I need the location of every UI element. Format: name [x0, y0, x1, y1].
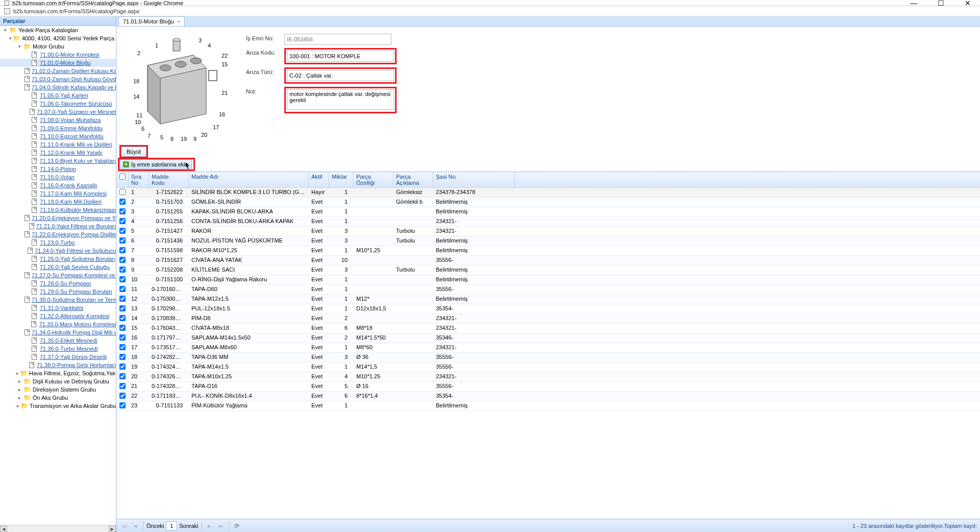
tree-folder[interactable]: ▸📁Dişli Kutusu ve Debriyaj Grubu	[0, 377, 116, 385]
col-sira[interactable]: Sıra No	[129, 172, 149, 187]
tab-close-icon[interactable]: ×	[177, 18, 180, 25]
table-row[interactable]: 190-174324911TAPA-M14x1.5Evet1M14*1,5355…	[116, 362, 980, 372]
tree-leaf[interactable]: 71.22.0-Enjeksiyon Pompa Dişlileri	[0, 230, 116, 238]
not-textarea[interactable]	[287, 89, 394, 110]
table-row[interactable]: 200-174326001TAPA-M10x1.25Evet4M10*1.252…	[116, 372, 980, 382]
tab-motor-blogu[interactable]: 71.01.0-Motor Bloğu ×	[118, 16, 185, 26]
tree-leaf[interactable]: 71.23.0-Turbo	[0, 238, 116, 247]
row-checkbox[interactable]	[119, 373, 126, 379]
tree-leaf[interactable]: 71.38.0-Pompa Giriş Hortumları	[0, 361, 116, 369]
maximize-button[interactable]: ☐	[933, 0, 949, 7]
expand-icon[interactable]: ▸	[16, 386, 22, 393]
is-emri-input[interactable]	[284, 34, 391, 45]
col-aktif[interactable]: Aktif	[309, 172, 329, 187]
tree-leaf[interactable]: 71.04.0-Silindir Kafası,Kapağı ve Motor …	[0, 83, 116, 91]
tree-leaf[interactable]: 71.12.0-Krank Mili Yatağı	[0, 149, 116, 157]
tree-leaf[interactable]: 71.33.0-Marş Motoru Komplesi	[0, 320, 116, 328]
tree-leaf[interactable]: 71.05.0-Yağ Karteri	[0, 91, 116, 100]
col-miktar[interactable]: Miktar	[329, 172, 354, 187]
tree-folder[interactable]: ▾📁4000, 4100, 4200 Serisi Yedek Parça Ka…	[0, 34, 116, 42]
tree-leaf[interactable]: 71.28.0-Su Pompası	[0, 279, 116, 287]
table-row[interactable]: 110-170160701TAPA-D60Evet135556-	[116, 285, 980, 295]
row-checkbox[interactable]	[119, 305, 126, 311]
tree-leaf[interactable]: 71.15.0-Volan	[0, 173, 116, 181]
expand-icon[interactable]: ▸	[16, 395, 22, 401]
buyut-button[interactable]: Büyüt	[121, 147, 146, 157]
tree-leaf[interactable]: 71.30.0-Soğutma Boruları ve Termostat	[0, 296, 116, 304]
tree-leaf[interactable]: 71.20.0-Enjeksiyon Pompası ve Yakıt Bor	[0, 214, 116, 222]
tree-leaf[interactable]: 71.00.0-Motor Komplesi	[0, 51, 116, 59]
row-checkbox[interactable]	[119, 286, 126, 292]
row-checkbox[interactable]	[119, 199, 126, 205]
tree-folder[interactable]: ▸📁Ön Aks Grubu	[0, 394, 116, 402]
tree-leaf[interactable]: 71.18.0-Kam Mili Dişlileri	[0, 198, 116, 206]
tree-folder[interactable]: ▸📁Direksiyon Sistemi Grubu	[0, 385, 116, 394]
tree-leaf[interactable]: 71.35.0-Etiket Mesnedi	[0, 336, 116, 345]
tree-leaf[interactable]: 71.06.0-Takometre Sürücüsü	[0, 100, 116, 108]
table-row[interactable]: 50-7151427RAKOREvet3Turbolu234321-	[116, 227, 980, 236]
row-checkbox[interactable]	[119, 383, 126, 389]
part-diagram[interactable]: 2 1 3 4 22 15 18 14 21 16 17 20 19 9	[119, 30, 232, 142]
row-checkbox[interactable]	[119, 402, 126, 408]
tree-leaf[interactable]: 71.16.0-Krank Kasnağı	[0, 181, 116, 189]
table-row[interactable]: 11-7152622SİLİNDİR BLOK KOMPLE 3 LÜ TURB…	[116, 188, 980, 198]
page-input[interactable]	[166, 521, 177, 530]
tree-leaf[interactable]: 71.29.0-Su Pompası Boruları	[0, 287, 116, 296]
row-checkbox[interactable]	[119, 208, 126, 214]
col-aciklama[interactable]: Parça Açıklama	[394, 172, 433, 187]
table-row[interactable]: 20-7151703GÖMLEK-SİLİNDİREvet1Gömlekli b…	[116, 198, 980, 207]
table-row[interactable]: 140-170839610PİM-D8Evet2234321-	[116, 314, 980, 324]
tree-leaf[interactable]: 71.11.0-Krank Mili ve Dişlileri	[0, 140, 116, 149]
row-checkbox[interactable]	[119, 257, 126, 263]
last-page-icon[interactable]: ⏭	[216, 521, 226, 530]
select-all-checkbox[interactable]	[119, 174, 126, 180]
table-row[interactable]: 160-171797720SAPLAMA-M14x1.5x50Evet2M14*…	[116, 333, 980, 343]
table-row[interactable]: 120-170300571TAPA-M12x1.5Evet1M12*Belirt…	[116, 295, 980, 304]
row-checkbox[interactable]	[119, 354, 126, 360]
row-checkbox[interactable]	[119, 393, 126, 399]
table-row[interactable]: 80-7151627CİVATA-ANA YATAKEvet1035556-	[116, 256, 980, 265]
prev-page-icon[interactable]: ◄	[131, 521, 140, 530]
table-row[interactable]: 60-7151436NOZUL-PİSTON YAĞ PÜSKÜRTMEEvet…	[116, 236, 980, 246]
row-checkbox[interactable]	[119, 296, 126, 302]
h-scrollbar[interactable]: ◄ ►	[0, 525, 116, 532]
table-row[interactable]: 150-176043321CİVATA-M8x18Evet6M8*1823432…	[116, 324, 980, 333]
table-row[interactable]: 180-174282770TAPA-D36 MMEvet3Ø 3635556-	[116, 353, 980, 362]
col-ozellik[interactable]: Parça Özelliği	[354, 172, 394, 187]
table-row[interactable]: 70-7151598RAKOR-M10*1,25Evet1M10*1,25Bel…	[116, 246, 980, 256]
col-madde[interactable]: Madde Kodu	[149, 172, 189, 187]
row-checkbox[interactable]	[119, 228, 126, 234]
refresh-icon[interactable]: ⟳	[232, 521, 241, 530]
row-checkbox[interactable]	[119, 325, 126, 331]
row-checkbox[interactable]	[119, 315, 126, 321]
tree-leaf[interactable]: 71.25.0-Yağ Soğutma Boruları	[0, 255, 116, 263]
scroll-right-icon[interactable]: ►	[109, 526, 116, 532]
row-checkbox[interactable]	[119, 237, 126, 244]
tree-leaf[interactable]: 71.34.0-Hidrolik Pompa Dişli Mili ve Mes…	[0, 328, 116, 336]
row-checkbox[interactable]	[119, 218, 126, 224]
tree-leaf[interactable]: 71.19.0-Külbütör Mekanizması	[0, 206, 116, 214]
expand-icon[interactable]: ▸	[16, 378, 22, 384]
row-checkbox[interactable]	[119, 364, 126, 370]
tree-leaf[interactable]: 71.24.0-Yağ Filtresi ve Soğutucu	[0, 247, 116, 255]
row-checkbox[interactable]	[119, 267, 126, 273]
tree-leaf[interactable]: 71.13.0-Biyel Kolu ve Yatakları	[0, 157, 116, 165]
tree-leaf[interactable]: 71.01.0-Motor Bloğu	[0, 59, 116, 67]
tree-leaf[interactable]: 71.26.0-Yağ Seviye Çubuğu	[0, 263, 116, 271]
table-row[interactable]: 230-7151133PİM-Külbütör YağlamaEvet1Beli…	[116, 401, 980, 411]
tree-leaf[interactable]: 71.17.0-Kam Mili Komplesi	[0, 189, 116, 198]
collapse-icon[interactable]: ▾	[9, 35, 12, 41]
table-row[interactable]: 40-7151256CONTA-SİLİNDİR BLOKU-ARKA KAPA…	[116, 217, 980, 227]
row-checkbox[interactable]	[119, 189, 126, 195]
table-row[interactable]: 170-173517821SAPLAMA-M8x60Evet1M8*602343…	[116, 343, 980, 353]
tree-folder[interactable]: ▸📁Transmisyon ve Arka Akslar Grubu	[0, 402, 116, 410]
scroll-left-icon[interactable]: ◄	[0, 526, 7, 532]
close-button[interactable]: ✕	[960, 0, 976, 7]
table-row[interactable]: 130-170298460PUL-12x18x1.5Evet1D12x18x1,…	[116, 304, 980, 314]
tree-leaf[interactable]: 71.10.0-Egzost Manifoldu	[0, 132, 116, 140]
row-checkbox[interactable]	[119, 247, 126, 253]
tree-leaf[interactable]: 71.37.0-Yağ Dönüş Dirseği	[0, 353, 116, 361]
tree-leaf[interactable]: 71.02.0-Zaman Dişlileri Kutusu Kapağı	[0, 67, 116, 75]
expand-icon[interactable]: ▸	[16, 370, 19, 376]
table-row[interactable]: 210-174328501TAPA-D16Evet5Ø 1635556-	[116, 382, 980, 392]
